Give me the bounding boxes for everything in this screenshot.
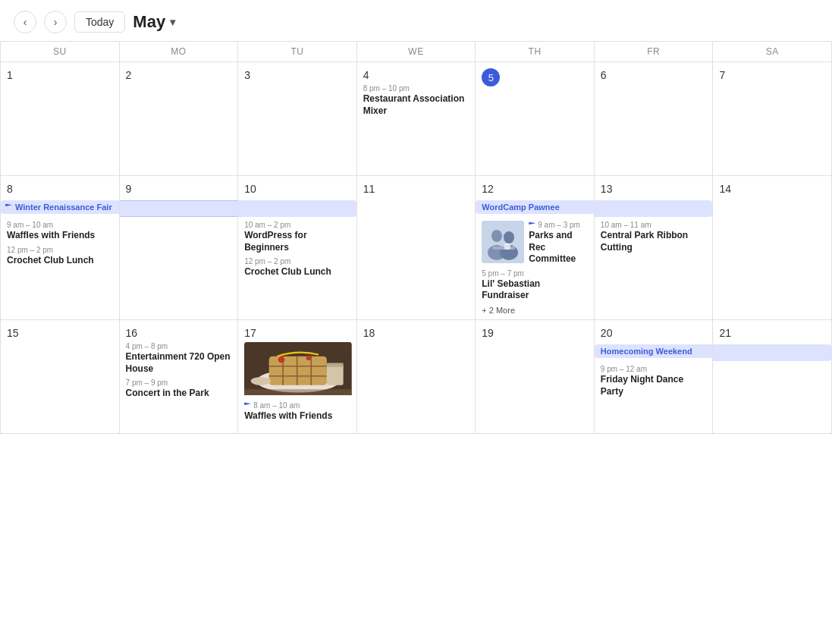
- day-number-3: 3: [244, 69, 250, 81]
- chevron-down-icon: ▾: [170, 16, 175, 28]
- event-thumbnail-people: [482, 221, 524, 263]
- day-3[interactable]: 3: [238, 62, 357, 176]
- month-label: May: [133, 12, 165, 32]
- event-restaurant-mixer[interactable]: 8 pm – 10 pm Restaurant Association Mixe…: [363, 84, 471, 117]
- calendar-header: ‹ › Today May ▾: [0, 0, 832, 41]
- next-button[interactable]: ›: [44, 11, 67, 33]
- day-19[interactable]: 19: [476, 320, 595, 434]
- day-number-9: 9: [126, 183, 132, 195]
- svg-point-21: [251, 377, 271, 385]
- svg-rect-20: [244, 389, 352, 395]
- svg-point-17: [306, 356, 312, 361]
- more-events-link[interactable]: + 2 More: [482, 306, 589, 315]
- day-18[interactable]: 18: [357, 320, 476, 434]
- day-header-sa: SA: [713, 42, 832, 62]
- event-central-park-ribbon[interactable]: 10 am – 11 am Central Park Ribbon Cuttin…: [601, 221, 708, 253]
- friday-night-dance-title: Friday Night Dance Party: [601, 374, 708, 397]
- day-14[interactable]: 14: [713, 176, 832, 320]
- day-4[interactable]: 4 8 pm – 10 pm Restaurant Association Mi…: [357, 62, 476, 176]
- waffles-friends-17-title: Waffles with Friends: [244, 410, 352, 423]
- day-17[interactable]: 17: [238, 320, 357, 434]
- event-time: 9 am – 10 am: [7, 221, 115, 229]
- day-number-1: 1: [7, 69, 13, 81]
- event-crochet-lunch-8[interactable]: 12 pm – 2 pm Crochet Club Lunch: [7, 246, 115, 267]
- month-title[interactable]: May ▾: [133, 12, 175, 32]
- event-title: Concert in the Park: [126, 388, 234, 400]
- day-1[interactable]: 1: [1, 62, 120, 176]
- day-header-fr: FR: [595, 42, 714, 62]
- day-15[interactable]: 15: [1, 320, 120, 434]
- event-time: 9 pm – 12 am: [601, 365, 708, 373]
- winter-fair-label: Winter Renaissance Fair: [15, 203, 112, 212]
- day-number-12: 12: [482, 183, 494, 195]
- day-header-mo: MO: [120, 42, 239, 62]
- flag-icon-winter-fair: [5, 204, 12, 211]
- event-time: 9 am – 3 pm: [538, 221, 580, 229]
- event-parks-rec-image[interactable]: 9 am – 3 pm Parks and Rec Committee: [482, 221, 589, 265]
- event-time: 8 am – 10 am: [253, 401, 300, 410]
- day-11[interactable]: 11: [357, 176, 476, 320]
- day-number-19: 19: [482, 327, 494, 339]
- day-number-4: 4: [363, 69, 369, 81]
- event-waffles-17[interactable]: 8 am – 10 am Waffles with Friends: [244, 342, 352, 423]
- event-time: 12 pm – 2 pm: [244, 257, 352, 265]
- event-time: 12 pm – 2 pm: [7, 246, 115, 254]
- day-13[interactable]: 13 10 am – 11 am Central Park Ribbon Cut…: [595, 176, 714, 320]
- day-9[interactable]: 9: [120, 176, 239, 320]
- event-concert-park[interactable]: 7 pm – 9 pm Concert in the Park: [126, 379, 234, 400]
- day-21[interactable]: 21: [713, 320, 832, 434]
- homecoming-weekend-label: Homecoming Weekend: [601, 347, 692, 356]
- event-title: Central Park Ribbon Cutting: [601, 230, 708, 253]
- today-button[interactable]: Today: [74, 11, 125, 33]
- day-number-11: 11: [363, 183, 375, 195]
- event-title: Crochet Club Lunch: [244, 266, 352, 278]
- day-8[interactable]: 8 Winter Renaissance Fair 9 am – 10 am W…: [1, 176, 120, 320]
- svg-point-1: [491, 230, 502, 242]
- day-16[interactable]: 16 4 pm – 8 pm Entertainment 720 Open Ho…: [120, 320, 239, 434]
- day-number-7: 7: [719, 69, 725, 81]
- flag-icon-waffles-17: [244, 402, 251, 409]
- flag-icon-parks-rec: [529, 222, 535, 229]
- svg-point-16: [278, 357, 285, 363]
- day-20[interactable]: 20 Homecoming Weekend 9 pm – 12 am Frida…: [595, 320, 714, 434]
- day-header-tu: TU: [238, 42, 357, 62]
- day-number-6: 6: [601, 69, 607, 81]
- event-title: Entertainment 720 Open House: [126, 351, 234, 375]
- event-waffles-friends-8[interactable]: 9 am – 10 am Waffles with Friends: [7, 221, 115, 242]
- event-title: Crochet Club Lunch: [7, 255, 115, 267]
- day-12[interactable]: 12 WordCamp Pawnee: [476, 176, 595, 320]
- event-time: 10 am – 2 pm: [244, 221, 352, 229]
- parks-rec-committee-title: Parks and Rec Committee: [529, 230, 589, 265]
- day-6[interactable]: 6: [595, 62, 714, 176]
- day-header-th: TH: [476, 42, 595, 62]
- svg-rect-18: [327, 365, 344, 385]
- calendar-grid: SU MO TU WE TH FR SA 1 2 3 4 8 pm – 10 p…: [0, 41, 832, 434]
- event-entertainment-720[interactable]: 4 pm – 8 pm Entertainment 720 Open House: [126, 342, 234, 375]
- day-number-5: 5: [482, 68, 500, 86]
- day-header-we: WE: [357, 42, 476, 62]
- svg-rect-10: [269, 357, 327, 385]
- day-10[interactable]: 10 10 am – 2 pm WordPress for Beginners …: [238, 176, 357, 320]
- day-7[interactable]: 7: [713, 62, 832, 176]
- event-time: 10 am – 11 am: [601, 221, 708, 229]
- day-2[interactable]: 2: [120, 62, 239, 176]
- prev-button[interactable]: ‹: [14, 11, 36, 33]
- wordcamp-label: WordCamp Pawnee: [482, 203, 560, 212]
- event-crochet-lunch-10[interactable]: 12 pm – 2 pm Crochet Club Lunch: [244, 257, 352, 278]
- day-5[interactable]: 5: [476, 62, 595, 176]
- event-time: 8 pm – 10 pm: [363, 84, 471, 93]
- event-friday-night-dance[interactable]: 9 pm – 12 am Friday Night Dance Party: [601, 365, 708, 397]
- event-title: Waffles with Friends: [7, 230, 115, 242]
- event-title: WordPress for Beginners: [244, 230, 352, 253]
- day-number-8: 8: [7, 183, 13, 195]
- event-time: 4 pm – 8 pm: [126, 342, 234, 350]
- event-title: Restaurant Association Mixer: [363, 93, 471, 117]
- day-number-10: 10: [244, 183, 256, 195]
- day-number-18: 18: [363, 327, 375, 339]
- day-header-su: SU: [1, 42, 120, 62]
- day-number-2: 2: [126, 69, 132, 81]
- event-title: Lil' Sebastian Fundraiser: [482, 278, 589, 302]
- day-number-14: 14: [719, 183, 731, 195]
- event-sebastian-fundraiser[interactable]: 5 pm – 7 pm Lil' Sebastian Fundraiser: [482, 269, 589, 302]
- event-wordpress-beginners[interactable]: 10 am – 2 pm WordPress for Beginners: [244, 221, 352, 253]
